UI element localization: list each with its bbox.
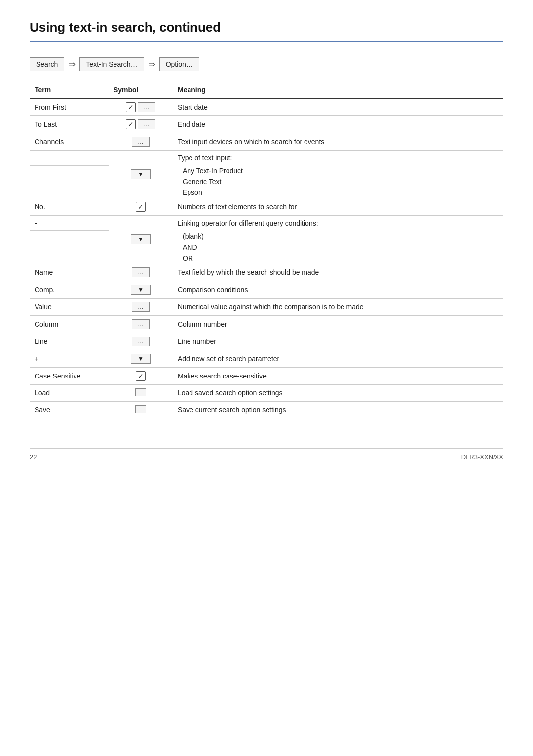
term-cell: Line — [30, 333, 109, 350]
sub-term-cell — [30, 187, 109, 198]
sub-meaning-cell: AND — [173, 242, 503, 253]
term-cell: + — [30, 350, 109, 367]
term-cell: Value — [30, 298, 109, 315]
table-row: No.✓Numbers of text elements to search f… — [30, 198, 503, 216]
meaning-cell: Linking operator for different query con… — [173, 216, 503, 231]
meaning-cell: Comparison conditions — [173, 281, 503, 298]
term-cell: From First — [30, 98, 109, 116]
table-row: SaveSave current search option settings — [30, 401, 503, 418]
breadcrumb-textin: Text-In Search… — [79, 57, 144, 71]
checkbox-icon: ✓ — [126, 102, 136, 112]
meaning-cell: Load saved search option settings — [173, 384, 503, 401]
symbol-cell: ✓ … — [109, 116, 173, 133]
table-sub-row: Epson — [30, 187, 503, 198]
symbol-cell: ▼ — [109, 350, 173, 367]
symbol-cell — [109, 384, 173, 401]
dots-button-icon: … — [132, 267, 150, 277]
term-cell: Case Sensitive — [30, 367, 109, 384]
dots-button-icon: … — [138, 102, 155, 112]
breadcrumb-arrow-2: ⇒ — [148, 59, 155, 70]
sub-term-cell — [30, 176, 109, 187]
sub-term-cell — [30, 242, 109, 253]
meaning-cell: Save current search option settings — [173, 401, 503, 418]
sub-meaning-cell: Any Text-In Product — [173, 165, 503, 176]
meaning-cell: Start date — [173, 98, 503, 116]
symbol-cell: ▼ — [109, 151, 173, 198]
sub-meaning-cell: Epson — [173, 187, 503, 198]
breadcrumb-option: Option… — [159, 57, 199, 71]
meaning-cell: Type of text input: — [173, 151, 503, 166]
col-header-meaning: Meaning — [173, 82, 503, 98]
symbol-cell: … — [109, 315, 173, 333]
term-cell — [30, 151, 109, 166]
checkbox-dots-icon: ✓ … — [126, 119, 155, 129]
symbol-cell: … — [109, 264, 173, 281]
symbol-cell: ▼ — [109, 281, 173, 298]
dots-button-icon: … — [138, 119, 155, 129]
symbol-cell: ▼ — [109, 216, 173, 264]
term-cell: Save — [30, 401, 109, 418]
table-row: Name…Text field by which the search shou… — [30, 264, 503, 281]
term-cell: No. — [30, 198, 109, 216]
symbol-cell: ✓ — [109, 367, 173, 384]
table-row: -▼Linking operator for different query c… — [30, 216, 503, 231]
term-cell: To Last — [30, 116, 109, 133]
dots-button-icon: … — [132, 319, 150, 329]
empty-box-icon — [135, 388, 146, 396]
table-sub-row: Any Text-In Product — [30, 165, 503, 176]
dots-button-icon: … — [132, 302, 150, 312]
meaning-cell: Makes search case-sensitive — [173, 367, 503, 384]
term-cell: Comp. — [30, 281, 109, 298]
dropdown-icon: ▼ — [131, 285, 151, 295]
symbol-cell: … — [109, 298, 173, 315]
symbol-cell: … — [109, 133, 173, 151]
reference-table: Term Symbol Meaning From First ✓ … Start… — [30, 82, 503, 418]
table-row: Case Sensitive✓Makes search case-sensiti… — [30, 367, 503, 384]
table-row: Line…Line number — [30, 333, 503, 350]
table-row: ▼Type of text input: — [30, 151, 503, 166]
footer-model: DLR3-XXN/XX — [461, 454, 503, 461]
term-cell: Channels — [30, 133, 109, 151]
table-sub-row: Generic Text — [30, 176, 503, 187]
table-row: From First ✓ … Start date — [30, 98, 503, 116]
sub-meaning-cell: OR — [173, 253, 503, 264]
dropdown-icon: ▼ — [131, 234, 151, 244]
breadcrumb-search: Search — [30, 57, 64, 71]
dots-button-icon: … — [132, 337, 150, 346]
term-cell: - — [30, 216, 109, 231]
sub-term-cell — [30, 231, 109, 242]
symbol-cell — [109, 401, 173, 418]
table-row: Channels…Text input devices on which to … — [30, 133, 503, 151]
table-sub-row: AND — [30, 242, 503, 253]
col-header-term: Term — [30, 82, 109, 98]
symbol-cell: ✓ … — [109, 98, 173, 116]
sub-term-cell — [30, 253, 109, 264]
table-sub-row: OR — [30, 253, 503, 264]
dots-button-icon: … — [132, 137, 150, 147]
symbol-cell: ✓ — [109, 198, 173, 216]
symbol-cell: … — [109, 333, 173, 350]
sub-term-cell — [30, 165, 109, 176]
meaning-cell: Numerical value against which the compar… — [173, 298, 503, 315]
meaning-cell: End date — [173, 116, 503, 133]
breadcrumb-arrow-1: ⇒ — [68, 59, 76, 70]
checkbox-icon: ✓ — [126, 119, 136, 129]
meaning-cell: Numbers of text elements to search for — [173, 198, 503, 216]
table-row: Column…Column number — [30, 315, 503, 333]
meaning-cell: Column number — [173, 315, 503, 333]
term-cell: Load — [30, 384, 109, 401]
table-row: LoadLoad saved search option settings — [30, 384, 503, 401]
meaning-cell: Text field by which the search should be… — [173, 264, 503, 281]
table-sub-row: (blank) — [30, 231, 503, 242]
dropdown-icon: ▼ — [131, 169, 151, 179]
checkbox-icon: ✓ — [136, 202, 146, 212]
empty-box-icon — [135, 405, 146, 413]
dropdown-icon: ▼ — [131, 354, 151, 364]
sub-meaning-cell: (blank) — [173, 231, 503, 242]
table-row: Value…Numerical value against which the … — [30, 298, 503, 315]
table-row: +▼Add new set of search parameter — [30, 350, 503, 367]
meaning-cell: Text input devices on which to search fo… — [173, 133, 503, 151]
page-footer: 22 DLR3-XXN/XX — [30, 448, 503, 461]
term-cell: Name — [30, 264, 109, 281]
term-cell: Column — [30, 315, 109, 333]
